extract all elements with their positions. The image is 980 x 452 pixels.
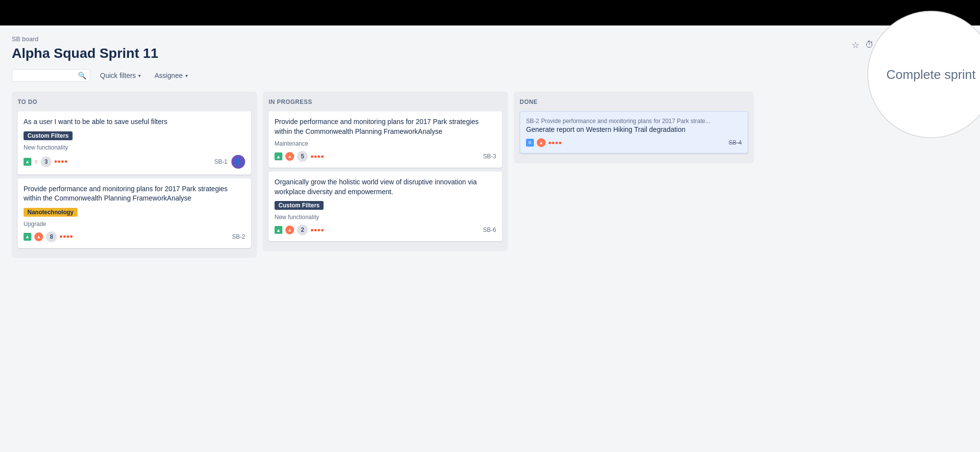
card-sb2-type: Upgrade: [24, 221, 245, 227]
bug-icon: B: [526, 139, 534, 147]
card-sb1-type: New functionality: [24, 144, 245, 151]
dots-icon-sb3: [311, 155, 324, 158]
card-sb1-icons: ▲ ↑ 3: [24, 156, 67, 167]
card-sb2[interactable]: Provide performance and monitoring plans…: [18, 178, 251, 248]
avatar-sb1: 👤: [231, 155, 245, 169]
priority-icon-sb6: ▲: [285, 226, 294, 234]
dots-icon: [54, 160, 67, 163]
priority-icon-sb2: ▲: [34, 232, 43, 241]
priority-icon: ↑: [34, 158, 38, 166]
done-card-inline-title: Provide performance and monitoring plans…: [541, 118, 710, 125]
card-sb6-type: New functionality: [275, 214, 496, 221]
done-card-footer: B ▲ SB-4: [526, 138, 742, 147]
priority-icon-sb4: ▲: [537, 138, 546, 147]
search-input[interactable]: [16, 72, 75, 79]
assignee-label: Assignee: [154, 72, 183, 79]
card-sb4[interactable]: SB-2 Provide performance and monitoring …: [520, 111, 748, 153]
quick-filters-button[interactable]: Quick filters ▾: [96, 69, 145, 82]
card-sb1[interactable]: As a user I want to be able to save usef…: [18, 111, 251, 175]
board: TO DO As a user I want to be able to sav…: [12, 92, 968, 258]
card-sb3[interactable]: Provide performance and monitoring plans…: [269, 111, 502, 168]
story-points-sb3: 5: [297, 151, 308, 162]
story-icon-sb6: ▲: [275, 226, 282, 234]
card-sb1-footer: ▲ ↑ 3 SB-1 👤: [24, 155, 245, 169]
done-card-strikethrough-id: SB-4: [729, 139, 742, 146]
card-sb3-title: Provide performance and monitoring plans…: [275, 117, 496, 136]
priority-icon-sb3: ▲: [285, 152, 294, 161]
done-card-icons: B ▲: [526, 138, 561, 147]
star-icon[interactable]: ☆: [852, 40, 859, 50]
card-sb1-label: Custom Filters: [24, 131, 73, 140]
column-inprogress-header: IN PROGRESS: [269, 98, 502, 106]
done-card-header-row: SB-2 Provide performance and monitoring …: [526, 118, 742, 125]
top-bar: [0, 0, 980, 25]
assignee-chevron: ▾: [185, 73, 188, 78]
quick-filters-label: Quick filters: [100, 72, 136, 79]
column-todo-header: TO DO: [18, 98, 251, 106]
card-sb6-label: Custom Filters: [275, 201, 324, 210]
page-title: Alpha Squad Sprint 11: [12, 46, 968, 61]
done-card-main-title: Generate report on Western Hiking Trail …: [526, 126, 742, 133]
story-points: 3: [41, 156, 51, 167]
dots-icon-sb4: [549, 142, 561, 144]
dots-icon-sb6: [311, 229, 324, 231]
column-todo: TO DO As a user I want to be able to sav…: [12, 92, 257, 258]
search-box[interactable]: 🔍: [12, 69, 90, 82]
card-sb6-footer: ▲ ▲ 2 SB-6: [275, 225, 496, 235]
card-sb2-icons: ▲ ▲ 8: [24, 231, 73, 242]
story-points-sb2: 8: [46, 231, 57, 242]
card-sb3-id: SB-3: [483, 153, 496, 160]
column-inprogress: IN PROGRESS Provide performance and moni…: [263, 92, 508, 251]
card-sb2-footer: ▲ ▲ 8 SB-2: [24, 231, 245, 242]
story-icon-sb2: ▲: [24, 233, 31, 241]
card-sb3-icons: ▲ ▲ 5: [275, 151, 324, 162]
story-icon-sb3: ▲: [275, 152, 282, 160]
card-sb6-icons: ▲ ▲ 2: [275, 225, 324, 235]
card-sb2-label: Nanotechnology: [24, 208, 77, 217]
card-sb3-type: Maintenance: [275, 140, 496, 147]
dots-icon-sb2: [60, 235, 73, 238]
card-sb6-id: SB-6: [483, 226, 496, 233]
quick-filters-chevron: ▾: [138, 73, 141, 78]
card-sb1-title: As a user I want to be able to save usef…: [24, 117, 245, 127]
page-wrapper: Complete sprint SB board Alpha Squad Spr…: [0, 25, 980, 270]
card-sb3-footer: ▲ ▲ 5 SB-3: [275, 151, 496, 162]
card-sb2-title: Provide performance and monitoring plans…: [24, 184, 245, 203]
complete-sprint-label: Complete sprint: [886, 67, 976, 82]
toolbar: 🔍 Quick filters ▾ Assignee ▾: [12, 69, 968, 82]
done-card-inline-id: SB-2: [526, 118, 539, 125]
column-done: DONE SB-2 Provide performance and monito…: [514, 92, 754, 163]
assignee-filter-button[interactable]: Assignee ▾: [151, 69, 192, 82]
breadcrumb: SB board: [12, 35, 968, 43]
card-sb2-id: SB-2: [232, 233, 245, 240]
story-icon: ▲: [24, 158, 31, 166]
card-sb1-id: SB-1: [214, 158, 227, 165]
column-done-header: DONE: [520, 98, 748, 106]
card-sb6[interactable]: Organically grow the holistic world view…: [269, 172, 502, 241]
card-sb6-title: Organically grow the holistic world view…: [275, 177, 496, 197]
story-points-sb6: 2: [297, 225, 308, 235]
search-icon: 🔍: [78, 72, 86, 79]
